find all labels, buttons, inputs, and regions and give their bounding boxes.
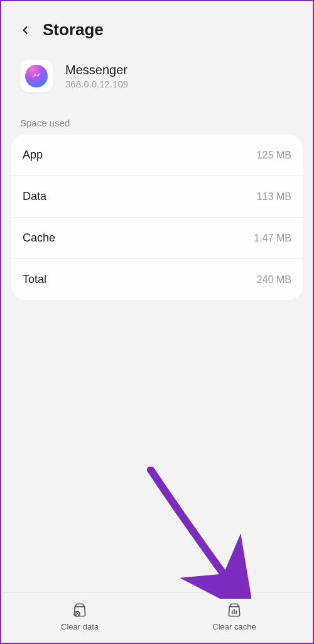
clear-cache-button[interactable]: Clear cache: [157, 593, 311, 641]
clear-data-icon: [72, 602, 88, 618]
row-cache-value: 1.47 MB: [254, 233, 291, 244]
row-app: App 125 MB: [11, 135, 303, 176]
row-data: Data 113 MB: [11, 176, 303, 218]
messenger-icon: [25, 65, 48, 87]
clear-data-label: Clear data: [61, 622, 99, 631]
row-data-value: 113 MB: [257, 191, 291, 203]
row-cache-label: Cache: [23, 231, 55, 245]
space-used-card: App 125 MB Data 113 MB Cache 1.47 MB Tot…: [11, 135, 303, 300]
clear-cache-icon: [226, 602, 242, 618]
row-cache: Cache 1.47 MB: [11, 218, 303, 259]
back-button[interactable]: [18, 23, 33, 38]
row-total-label: Total: [23, 273, 46, 286]
row-app-value: 125 MB: [257, 150, 291, 161]
section-label-space-used: Space used: [3, 110, 311, 135]
bottom-bar: Clear data Clear cache: [3, 592, 311, 641]
app-version: 368.0.0.12.109: [65, 79, 128, 89]
app-icon: [20, 60, 53, 92]
app-info: Messenger 368.0.0.12.109: [3, 50, 311, 110]
row-total-value: 240 MB: [257, 274, 291, 286]
app-name: Messenger: [65, 63, 128, 77]
row-data-label: Data: [23, 190, 46, 203]
header: Storage: [3, 3, 311, 50]
clear-cache-label: Clear cache: [212, 622, 256, 631]
chevron-left-icon: [19, 24, 31, 36]
page-title: Storage: [43, 20, 104, 40]
row-app-label: App: [23, 148, 43, 162]
clear-data-button[interactable]: Clear data: [3, 593, 157, 641]
row-total: Total 240 MB: [11, 259, 303, 300]
